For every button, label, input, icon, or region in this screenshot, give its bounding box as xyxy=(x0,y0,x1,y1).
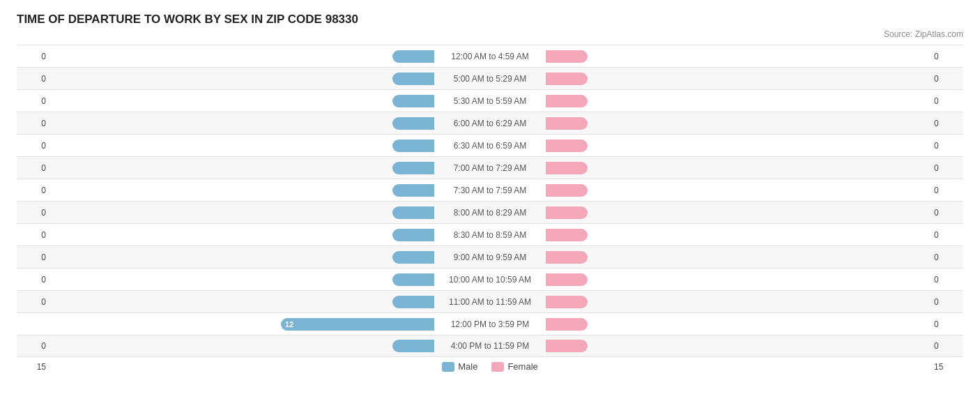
bar-female-stub xyxy=(546,117,588,130)
legend-male-label: Male xyxy=(458,361,477,372)
legend-female-label: Female xyxy=(507,361,537,372)
bars-container: 12:00 AM to 4:59 AM xyxy=(50,45,930,67)
legend-male: Male xyxy=(442,361,477,372)
bar-male-stub xyxy=(392,139,434,152)
bar-female-stub xyxy=(546,206,588,219)
row-female-value: 0 xyxy=(930,96,963,106)
bars-container: 6:00 AM to 6:29 AM xyxy=(50,112,930,134)
row-female-value: 0 xyxy=(930,275,963,285)
row-male-value: 0 xyxy=(17,297,50,307)
chart-row: 07:30 AM to 7:59 AM0 xyxy=(17,179,963,201)
chart-row: 012:00 AM to 4:59 AM0 xyxy=(17,45,963,67)
bar-male-stub xyxy=(392,162,434,174)
axis-left-label: 15 xyxy=(17,362,50,372)
bar-male-stub xyxy=(392,296,434,308)
bar-male-stub xyxy=(392,251,434,264)
bar-female-stub xyxy=(546,73,588,85)
bars-container: 11:00 AM to 11:59 AM xyxy=(50,291,930,312)
row-male-value: 0 xyxy=(17,341,50,351)
chart-row: 04:00 PM to 11:59 PM0 xyxy=(17,335,963,357)
row-time-label: 8:00 AM to 8:29 AM xyxy=(434,208,546,218)
chart-area: 012:00 AM to 4:59 AM005:00 AM to 5:29 AM… xyxy=(17,45,963,357)
row-time-label: 9:00 AM to 9:59 AM xyxy=(434,252,546,262)
bar-male-stub xyxy=(392,117,434,130)
bar-female-stub xyxy=(546,95,588,107)
axis-row: 15 Male Female 15 xyxy=(17,361,963,372)
row-time-label: 5:30 AM to 5:59 AM xyxy=(434,96,546,106)
bar-male-stub xyxy=(392,206,434,219)
chart-row: 07:00 AM to 7:29 AM0 xyxy=(17,156,963,179)
row-female-value: 0 xyxy=(930,230,963,240)
row-male-value: 0 xyxy=(17,208,50,218)
bar-female-stub xyxy=(546,296,588,308)
bars-container: 1212:00 PM to 3:59 PM xyxy=(50,313,930,335)
bar-female-stub xyxy=(546,273,588,286)
chart-row: 010:00 AM to 10:59 AM0 xyxy=(17,268,963,290)
bars-container: 5:30 AM to 5:59 AM xyxy=(50,90,930,112)
row-time-label: 10:00 AM to 10:59 AM xyxy=(434,275,546,285)
row-female-value: 0 xyxy=(930,319,963,329)
row-female-value: 0 xyxy=(930,341,963,351)
bars-container: 7:30 AM to 7:59 AM xyxy=(50,179,930,201)
bar-female-stub xyxy=(546,251,588,264)
bars-container: 5:00 AM to 5:29 AM xyxy=(50,68,930,89)
row-female-value: 0 xyxy=(930,186,963,195)
row-time-label: 7:00 AM to 7:29 AM xyxy=(434,163,546,173)
row-male-value: 0 xyxy=(17,74,50,84)
bars-container: 7:00 AM to 7:29 AM xyxy=(50,157,930,179)
row-male-value: 0 xyxy=(17,141,50,151)
row-male-value: 0 xyxy=(17,186,50,195)
bars-container: 10:00 AM to 10:59 AM xyxy=(50,269,930,290)
bar-male-stub xyxy=(392,340,434,352)
row-time-label: 7:30 AM to 7:59 AM xyxy=(434,186,546,195)
legend-male-box xyxy=(442,362,454,372)
row-female-value: 0 xyxy=(930,52,963,61)
bar-female-stub xyxy=(546,184,588,197)
row-female-value: 0 xyxy=(930,163,963,173)
source-label: Source: ZipAtlas.com xyxy=(17,29,963,39)
bar-female-stub xyxy=(546,229,588,241)
bars-container: 4:00 PM to 11:59 PM xyxy=(50,335,930,356)
chart-row: 011:00 AM to 11:59 AM0 xyxy=(17,290,963,312)
row-female-value: 0 xyxy=(930,252,963,262)
bar-male-stub xyxy=(392,229,434,241)
row-female-value: 0 xyxy=(930,208,963,218)
axis-right-label: 15 xyxy=(930,362,963,372)
bar-male-stub xyxy=(392,50,434,63)
chart-title: TIME OF DEPARTURE TO WORK BY SEX IN ZIP … xyxy=(17,13,963,27)
row-time-label: 8:30 AM to 8:59 AM xyxy=(434,230,546,240)
row-female-value: 0 xyxy=(930,119,963,128)
row-time-label: 6:00 AM to 6:29 AM xyxy=(434,119,546,128)
row-male-value: 0 xyxy=(17,52,50,61)
row-time-label: 6:30 AM to 6:59 AM xyxy=(434,141,546,151)
chart-row: 05:00 AM to 5:29 AM0 xyxy=(17,67,963,89)
row-time-label: 12:00 PM to 3:59 PM xyxy=(434,319,546,329)
row-time-label: 5:00 AM to 5:29 AM xyxy=(434,74,546,84)
bar-female-stub xyxy=(546,162,588,174)
bars-container: 8:00 AM to 8:29 AM xyxy=(50,202,930,223)
row-female-value: 0 xyxy=(930,74,963,84)
bars-container: 8:30 AM to 8:59 AM xyxy=(50,224,930,246)
row-male-value: 0 xyxy=(17,119,50,128)
legend: Male Female xyxy=(50,361,930,372)
bar-female-stub xyxy=(546,318,588,331)
bar-female-stub xyxy=(546,340,588,352)
chart-row: 08:30 AM to 8:59 AM0 xyxy=(17,223,963,246)
bar-male: 12 xyxy=(281,318,434,331)
row-male-value: 0 xyxy=(17,275,50,285)
bar-male-stub xyxy=(392,95,434,107)
chart-row: 1212:00 PM to 3:59 PM0 xyxy=(17,312,963,335)
row-male-value: 0 xyxy=(17,252,50,262)
bars-container: 9:00 AM to 9:59 AM xyxy=(50,246,930,268)
row-female-value: 0 xyxy=(930,141,963,151)
row-male-value: 0 xyxy=(17,230,50,240)
legend-female: Female xyxy=(491,361,537,372)
bar-male-stub xyxy=(392,73,434,85)
bars-container: 6:30 AM to 6:59 AM xyxy=(50,135,930,156)
row-female-value: 0 xyxy=(930,297,963,307)
chart-row: 06:30 AM to 6:59 AM0 xyxy=(17,134,963,156)
row-time-label: 12:00 AM to 4:59 AM xyxy=(434,52,546,61)
legend-female-box xyxy=(491,362,504,372)
row-male-value: 0 xyxy=(17,96,50,106)
chart-row: 06:00 AM to 6:29 AM0 xyxy=(17,112,963,134)
